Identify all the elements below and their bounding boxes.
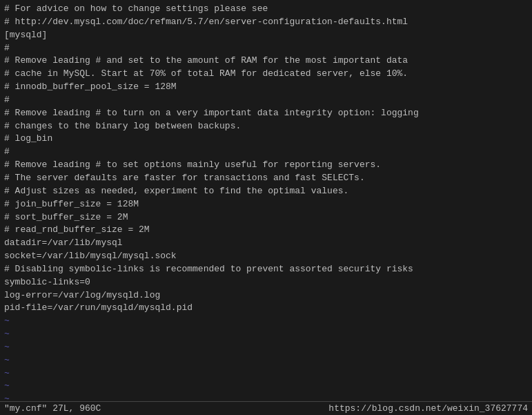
status-left: "my.cnf" 27L, 960C (4, 403, 101, 414)
terminal-line: # innodb_buffer_pool_size = 128M (4, 81, 528, 94)
terminal-line: symbolic-links=0 (4, 276, 528, 289)
terminal-line: # (4, 94, 528, 107)
terminal-line: # sort_buffer_size = 2M (4, 211, 528, 224)
terminal-line: socket=/var/lib/mysql/mysql.sock (4, 250, 528, 263)
terminal-line: # cache in MySQL. Start at 70% of total … (4, 68, 528, 81)
status-bar: "my.cnf" 27L, 960C https://blog.csdn.net… (0, 401, 532, 415)
tilde-line: ~ (4, 315, 528, 328)
terminal-line: # Remove leading # and set to the amount… (4, 55, 528, 68)
tilde-line: ~ (4, 328, 528, 341)
terminal-line: datadir=/var/lib/mysql (4, 237, 528, 250)
terminal-line: # For advice on how to change settings p… (4, 3, 528, 16)
terminal-line: # read_rnd_buffer_size = 2M (4, 224, 528, 237)
terminal-line: # http://dev.mysql.com/doc/refman/5.7/en… (4, 16, 528, 29)
tilde-line: ~ (4, 354, 528, 367)
terminal-line: # log_bin (4, 133, 528, 146)
tilde-line: ~ (4, 380, 528, 393)
terminal-line: # join_buffer_size = 128M (4, 198, 528, 211)
terminal-line: # The server defaults are faster for tra… (4, 172, 528, 185)
terminal-line: # Disabling symbolic-links is recommende… (4, 263, 528, 276)
terminal-window: # For advice on how to change settings p… (0, 0, 532, 415)
terminal-line: pid-file=/var/run/mysqld/mysqld.pid (4, 302, 528, 315)
terminal-line: # (4, 42, 528, 55)
terminal-line: # changes to the binary log between back… (4, 120, 528, 133)
tilde-line: ~ (4, 341, 528, 354)
terminal-line: # Remove leading # to turn on a very imp… (4, 107, 528, 120)
terminal-line: # Remove leading # to set options mainly… (4, 159, 528, 172)
terminal-line: log-error=/var/log/mysqld.log (4, 289, 528, 302)
tilde-line: ~ (4, 393, 528, 401)
tilde-line: ~ (4, 367, 528, 380)
terminal-content[interactable]: # For advice on how to change settings p… (0, 0, 532, 401)
terminal-line: # (4, 146, 528, 159)
terminal-line: # Adjust sizes as needed, experiment to … (4, 185, 528, 198)
terminal-line: [mysqld] (4, 29, 528, 42)
status-right: https://blog.csdn.net/weixin_37627774 (328, 403, 528, 414)
